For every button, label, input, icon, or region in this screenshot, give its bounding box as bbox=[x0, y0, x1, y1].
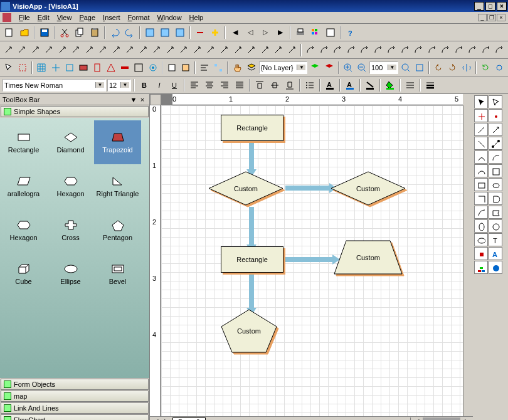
open-button[interactable] bbox=[18, 26, 31, 39]
zoom-out-button[interactable] bbox=[356, 61, 368, 75]
connector-tool-20[interactable] bbox=[272, 43, 285, 57]
arc-tool-0[interactable] bbox=[304, 43, 317, 57]
distribute-tool[interactable] bbox=[212, 61, 225, 75]
tool-e[interactable] bbox=[77, 61, 90, 75]
help-button[interactable]: ? bbox=[344, 26, 357, 39]
arc-tool-14[interactable] bbox=[494, 43, 506, 57]
palette-tool-b12[interactable] bbox=[489, 261, 502, 274]
grid-button[interactable] bbox=[309, 26, 322, 39]
connector-tool-6[interactable] bbox=[83, 43, 96, 57]
shape-hexagon[interactable]: Hexagon bbox=[47, 164, 94, 208]
shape-hexagon[interactable]: Hexagon bbox=[0, 208, 47, 252]
connector-tool-14[interactable] bbox=[191, 43, 204, 57]
save-button[interactable] bbox=[38, 26, 51, 39]
palette-tool-a7[interactable] bbox=[474, 192, 488, 205]
rotate-right-button[interactable] bbox=[446, 61, 458, 75]
new-button[interactable] bbox=[3, 26, 16, 39]
palette-tool-a1[interactable] bbox=[474, 109, 488, 122]
menu-file[interactable]: File bbox=[15, 12, 34, 23]
flip-h-button[interactable] bbox=[460, 61, 473, 75]
connector-tool-5[interactable] bbox=[70, 43, 83, 57]
shape-cross[interactable]: Cross bbox=[47, 208, 94, 252]
palette-tool-a6[interactable] bbox=[474, 178, 488, 191]
canvas-shape-rect[interactable]: Rectangle bbox=[221, 246, 283, 273]
tool-i[interactable] bbox=[132, 61, 145, 75]
zoom-page-button[interactable] bbox=[413, 61, 426, 75]
connector-tool-2[interactable] bbox=[29, 43, 42, 57]
mdi-minimize-button[interactable]: _ bbox=[478, 14, 487, 21]
tb-btn-b[interactable] bbox=[158, 26, 172, 39]
layer-combo[interactable]: {No Layer}▼ bbox=[259, 61, 308, 74]
connector-arrow[interactable] bbox=[285, 257, 332, 262]
mdi-restore-button[interactable]: ❐ bbox=[487, 14, 496, 21]
arc-tool-13[interactable] bbox=[480, 43, 492, 57]
snap-toggle[interactable] bbox=[49, 61, 61, 75]
category-map[interactable]: map bbox=[1, 391, 149, 402]
connector-tool-17[interactable] bbox=[232, 43, 245, 57]
arc-tool-10[interactable] bbox=[440, 43, 452, 57]
arc-tool-6[interactable] bbox=[385, 43, 398, 57]
close-button[interactable]: × bbox=[497, 2, 507, 11]
guides-toggle[interactable] bbox=[63, 61, 76, 75]
palette-tool-a2[interactable] bbox=[474, 123, 488, 136]
scrollbar-horizontal[interactable]: ◀ ▶ Page 0 ◀ ▶ bbox=[150, 416, 473, 420]
palette-tool-a10[interactable] bbox=[474, 233, 488, 246]
connector-tool-10[interactable] bbox=[137, 43, 150, 57]
connector-tool-12[interactable] bbox=[164, 43, 177, 57]
arc-tool-4[interactable] bbox=[358, 43, 371, 57]
align-tool[interactable] bbox=[198, 61, 211, 75]
minimize-button[interactable]: _ bbox=[474, 2, 484, 11]
canvas-shape-trap[interactable]: Custom bbox=[334, 240, 403, 275]
scrollbar-vertical[interactable] bbox=[463, 105, 473, 416]
nav-prev-button[interactable]: ◁ bbox=[243, 26, 257, 39]
pointer-tool[interactable] bbox=[3, 61, 15, 75]
palette-tool-b3[interactable] bbox=[489, 137, 502, 150]
arc-tool-11[interactable] bbox=[453, 43, 465, 57]
align-justify-button[interactable] bbox=[233, 78, 246, 92]
cut-button[interactable] bbox=[58, 26, 71, 39]
shape-arallelogra[interactable]: arallelogra bbox=[0, 164, 47, 208]
line-color-button[interactable] bbox=[363, 78, 377, 92]
nav-last-button[interactable]: ▶ bbox=[273, 26, 287, 39]
font-color-button[interactable]: A bbox=[323, 78, 337, 92]
category-simple-shapes[interactable]: Simple Shapes bbox=[1, 106, 149, 117]
add-button[interactable] bbox=[208, 26, 222, 39]
palette-tool-a12[interactable] bbox=[474, 261, 488, 274]
preview-button[interactable] bbox=[324, 26, 337, 39]
connector-tool-18[interactable] bbox=[245, 43, 258, 57]
maximize-button[interactable]: □ bbox=[485, 2, 495, 11]
connector-tool-0[interactable] bbox=[3, 43, 15, 57]
shape-trapezoid[interactable]: Trapezoid bbox=[94, 120, 141, 164]
italic-button[interactable]: I bbox=[152, 78, 166, 92]
line-style-button[interactable] bbox=[403, 78, 417, 92]
palette-tool-a9[interactable] bbox=[474, 219, 488, 233]
connector-tool-15[interactable] bbox=[205, 43, 218, 57]
palette-tool-a0[interactable] bbox=[474, 95, 488, 108]
layers-button[interactable] bbox=[245, 61, 258, 75]
palette-tool-b9[interactable] bbox=[489, 219, 502, 233]
palette-tool-b0[interactable] bbox=[489, 95, 502, 108]
page-tab[interactable]: Page 0 bbox=[172, 417, 206, 421]
connector-tool-4[interactable] bbox=[56, 43, 69, 57]
canvas-shape-rect[interactable]: Rectangle bbox=[221, 115, 283, 141]
underline-button[interactable]: U bbox=[167, 78, 181, 92]
arc-tool-7[interactable] bbox=[399, 43, 411, 57]
tb-btn-c[interactable] bbox=[173, 26, 187, 39]
canvas-shape-diamond[interactable]: Custom bbox=[331, 171, 406, 206]
font-combo[interactable]: Times New Roman▼ bbox=[3, 79, 106, 92]
align-left-button[interactable] bbox=[188, 78, 201, 92]
connector-tool-8[interactable] bbox=[110, 43, 123, 57]
refresh-button[interactable] bbox=[479, 61, 492, 75]
palette-tool-b10[interactable]: T bbox=[489, 233, 502, 246]
palette-tool-a8[interactable] bbox=[474, 206, 488, 219]
mdi-close-button[interactable]: × bbox=[497, 14, 505, 21]
menu-help[interactable]: Help bbox=[186, 12, 208, 23]
valign-bot-button[interactable] bbox=[283, 78, 297, 92]
line-weight-button[interactable] bbox=[423, 78, 437, 92]
palette-tool-b5[interactable] bbox=[489, 164, 502, 177]
category-form-objects[interactable]: Form Objects bbox=[1, 379, 149, 390]
toolbox-close-button[interactable]: × bbox=[138, 96, 147, 103]
menu-insert[interactable]: Insert bbox=[99, 12, 124, 23]
category-link-and-lines[interactable]: Link And Lines bbox=[1, 402, 149, 414]
toolbox-dropdown-icon[interactable]: ▼ bbox=[129, 96, 138, 103]
